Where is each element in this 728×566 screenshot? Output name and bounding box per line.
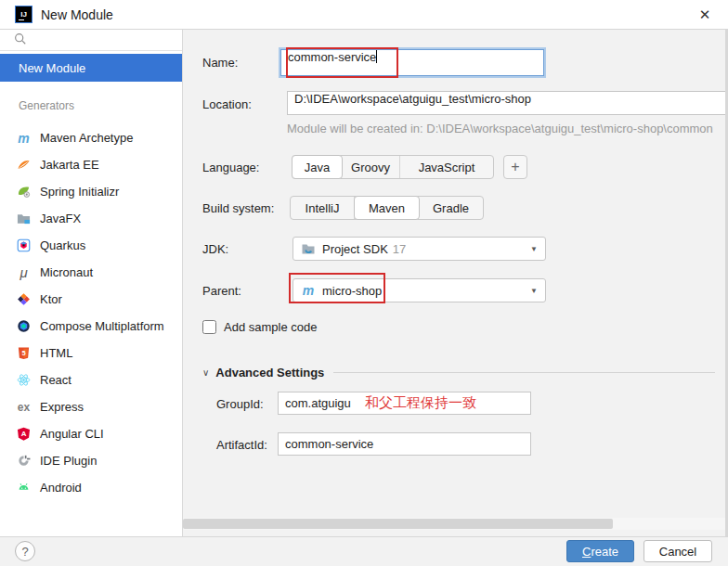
generator-item[interactable]: AAngular CLI — [0, 420, 182, 447]
advanced-settings-header[interactable]: ∨ Advanced Settings — [202, 366, 715, 379]
parent-dropdown[interactable]: m micro-shop ▼ — [292, 278, 546, 302]
generator-label: Micronaut — [40, 265, 93, 279]
language-option-javascript[interactable]: JavaScript — [400, 156, 493, 178]
generator-label: Spring Initializr — [40, 185, 119, 199]
generator-label: Compose Multiplatform — [40, 319, 164, 333]
generators-sidebar: New Module Generators mMaven ArchetypeJa… — [0, 30, 183, 536]
language-label: Language: — [202, 161, 259, 174]
new-module-form: Name: common-service Location: D:\IDEA\w… — [183, 30, 728, 536]
generators-list: mMaven ArchetypeJakarta EESpring Initial… — [0, 124, 182, 501]
build-system-label: Build system: — [202, 201, 274, 215]
scrollbar-thumb[interactable] — [183, 519, 613, 529]
chevron-down-icon: ▼ — [530, 287, 538, 295]
build-system-segmented-control: IntelliJ Maven Gradle — [290, 196, 484, 220]
artifactid-label: ArtifactId: — [216, 438, 267, 452]
search-input[interactable] — [0, 30, 182, 51]
build-option-gradle[interactable]: Gradle — [419, 197, 483, 219]
name-input[interactable]: common-service — [280, 49, 544, 76]
build-option-intellij[interactable]: IntelliJ — [291, 197, 355, 219]
advanced-settings-title: Advanced Settings — [215, 366, 324, 379]
close-icon[interactable]: ✕ — [693, 4, 717, 26]
help-button[interactable]: ? — [15, 541, 35, 561]
ktor-icon — [16, 292, 32, 307]
generator-item[interactable]: μMicronaut — [0, 259, 182, 286]
spring-initializr-icon — [16, 185, 32, 199]
generator-item[interactable]: Android — [0, 474, 182, 501]
artifactid-input[interactable]: common-service — [278, 432, 531, 456]
angular-cli-icon: A — [16, 427, 32, 442]
android-icon — [16, 481, 32, 495]
search-icon — [14, 32, 27, 48]
generator-item[interactable]: Quarkus — [0, 232, 182, 259]
generator-item[interactable]: exExpress — [0, 393, 182, 420]
sidebar-item-new-module[interactable]: New Module — [0, 54, 182, 82]
divider — [333, 372, 715, 373]
generator-label: Maven Archetype — [40, 131, 133, 145]
jakarta-ee-icon — [16, 158, 32, 173]
language-option-groovy[interactable]: Groovy — [342, 156, 400, 178]
cancel-button[interactable]: Cancel — [644, 540, 712, 562]
maven-module-icon: m — [301, 283, 316, 298]
svg-text:A: A — [21, 430, 27, 438]
parent-value: micro-shop — [322, 284, 382, 298]
micronaut-icon: μ — [16, 265, 32, 280]
generator-label: Ktor — [40, 292, 62, 306]
generator-item[interactable]: JavaFX — [0, 205, 182, 232]
location-hint: Module will be created in: D:\IDEA\works… — [287, 122, 728, 135]
generator-item[interactable]: Compose Multiplatform — [0, 313, 182, 340]
jdk-value: Project SDK — [322, 242, 388, 256]
chevron-down-icon: ∨ — [202, 367, 209, 378]
name-label: Name: — [202, 56, 238, 70]
svg-text:5: 5 — [21, 349, 25, 357]
add-sample-code-checkbox[interactable] — [202, 320, 216, 334]
generator-label: JavaFX — [40, 212, 81, 225]
add-sample-code-row: Add sample code — [202, 320, 317, 334]
text-caret — [376, 50, 377, 63]
jdk-dropdown[interactable]: Project SDK 17 ▼ — [292, 237, 546, 261]
javafx-icon — [16, 212, 32, 226]
generator-item[interactable]: Jakarta EE — [0, 151, 182, 178]
html-icon: 5 — [16, 346, 32, 361]
add-language-button[interactable]: + — [503, 155, 527, 179]
generator-label: Express — [40, 400, 84, 414]
compose-multiplatform-icon — [16, 319, 32, 334]
express-icon: ex — [16, 400, 32, 415]
horizontal-scrollbar[interactable] — [183, 518, 728, 530]
quarkus-icon — [16, 238, 32, 253]
generator-item[interactable]: React — [0, 367, 182, 393]
generator-label: React — [40, 373, 72, 387]
generator-item[interactable]: Ktor — [0, 286, 182, 313]
intellij-logo-icon: IJ — [16, 6, 32, 22]
generators-section-label: Generators — [19, 99, 182, 112]
generator-item[interactable]: mMaven Archetype — [0, 124, 182, 151]
add-sample-code-label: Add sample code — [224, 320, 317, 334]
dialog-footer: ? Create Cancel — [0, 536, 728, 566]
title-bar: IJ New Module ✕ — [0, 0, 728, 30]
generator-label: Jakarta EE — [40, 158, 99, 172]
groupid-input[interactable]: com.atguigu — [278, 392, 531, 415]
generator-item[interactable]: IDE Plugin — [0, 447, 182, 474]
jdk-version: 17 — [393, 242, 406, 256]
react-icon — [16, 373, 32, 388]
generator-label: IDE Plugin — [40, 454, 97, 468]
location-label: Location: — [202, 97, 252, 111]
language-segmented-control: Java Groovy JavaScript — [292, 155, 494, 179]
generator-label: Quarkus — [40, 238, 85, 252]
generator-item[interactable]: Spring Initializr — [0, 178, 182, 205]
sdk-folder-icon — [301, 241, 316, 256]
window-title: New Module — [41, 7, 113, 22]
groupid-label: GroupId: — [216, 397, 264, 411]
chevron-down-icon: ▼ — [530, 245, 538, 253]
generator-item[interactable]: 5HTML — [0, 340, 182, 367]
parent-label: Parent: — [202, 284, 241, 298]
build-option-maven[interactable]: Maven — [354, 196, 420, 220]
jdk-label: JDK: — [202, 242, 228, 256]
location-input[interactable]: D:\IDEA\workspace\atguigu_test\micro-sho… — [287, 91, 728, 115]
language-option-java[interactable]: Java — [292, 155, 343, 179]
generator-label: Android — [40, 481, 82, 495]
ide-plugin-icon — [16, 454, 32, 469]
maven-icon: m — [16, 131, 32, 146]
create-button[interactable]: Create — [566, 540, 634, 562]
generator-label: Angular CLI — [40, 427, 104, 441]
generator-label: HTML — [40, 346, 72, 360]
